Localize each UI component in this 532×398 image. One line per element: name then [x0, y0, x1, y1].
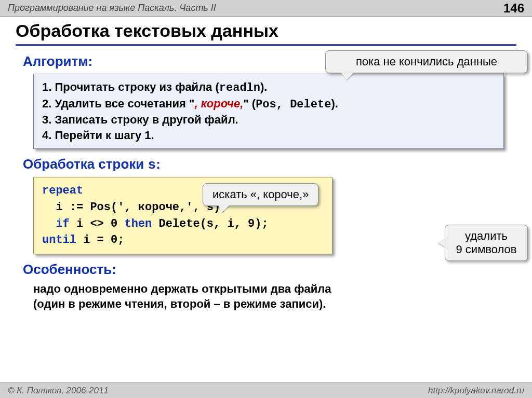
slide-title: Обработка текстовых данных — [16, 21, 516, 41]
footer-copyright: © К. Поляков, 2006-2011 — [8, 386, 109, 396]
footer-url: http://kpolyakov.narod.ru — [428, 386, 524, 396]
callout-tail-icon — [219, 205, 229, 213]
heading-feature: Особенность: — [23, 262, 509, 278]
heading-processing: Обработка строки s: — [23, 156, 509, 173]
slide-header: Программирование на языке Паскаль. Часть… — [0, 0, 532, 17]
title-row: Обработка текстовых данных — [0, 17, 532, 44]
content: пока не кончились данные Алгоритм: 1. Пр… — [0, 53, 532, 312]
page-number: 146 — [503, 1, 524, 16]
callout-right: удалить 9 символов — [445, 225, 528, 261]
feature-text: надо одновременно держать открытыми два … — [33, 282, 509, 311]
callout-tail-icon — [438, 239, 445, 247]
callout-tail-icon — [341, 73, 354, 80]
callout-right-line1: удалить — [455, 229, 518, 243]
callout-right-line2: 9 символов — [455, 243, 518, 256]
algo-step-4: 4. Перейти к шагу 1. — [42, 128, 495, 143]
callout-middle-text: искать «, короче,» — [212, 188, 309, 201]
title-rule — [16, 44, 516, 46]
algo-step-1: 1. Прочитать строку из файла (readln). — [42, 79, 495, 96]
slide-footer: © К. Поляков, 2006-2011 http://kpolyakov… — [0, 382, 532, 398]
callout-top-text: пока не кончились данные — [356, 55, 497, 68]
callout-middle: искать «, короче,» — [203, 183, 318, 206]
algorithm-box: 1. Прочитать строку из файла (readln). 2… — [33, 74, 504, 149]
algo-step-2: 2. Удалить все сочетания ", короче," (Po… — [42, 96, 495, 113]
course-title: Программирование на языке Паскаль. Часть… — [8, 3, 216, 13]
algo-step-3: 3. Записать строку в другой файл. — [42, 112, 495, 128]
callout-top: пока не кончились данные — [325, 50, 528, 73]
